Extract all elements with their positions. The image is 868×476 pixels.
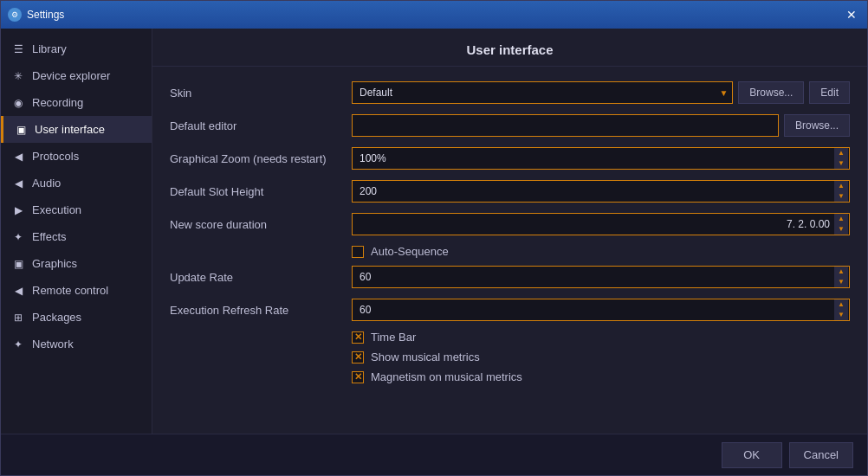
- content-body: Skin Default ▼ Browse... Edit: [152, 67, 867, 434]
- sidebar-item-label-user-interface: User interface: [35, 123, 105, 136]
- default-slot-height-input[interactable]: [352, 180, 850, 203]
- update-rate-spinner: ▲ ▼: [352, 266, 850, 288]
- show-musical-metrics-checkbox[interactable]: ✕: [352, 351, 364, 363]
- sidebar-item-network[interactable]: ✦Network: [1, 331, 152, 357]
- main-content: ☰Library✳Device explorer◉Recording▣User …: [1, 29, 867, 434]
- magnetism-musical-metrics-label: Magnetism on musical metrics: [371, 370, 522, 383]
- execution-refresh-rate-spinner: ▲ ▼: [352, 299, 850, 321]
- sidebar-item-remote-control[interactable]: ◀Remote control: [1, 277, 152, 304]
- new-score-duration-label: New score duration: [170, 218, 352, 231]
- auto-sequence-row: Auto-Sequence: [352, 245, 850, 258]
- skin-row: Skin Default ▼ Browse... Edit: [170, 80, 850, 105]
- sidebar-item-device-explorer[interactable]: ✳Device explorer: [1, 62, 152, 89]
- sidebar-item-label-remote-control: Remote control: [32, 284, 108, 297]
- execution-icon: ▶: [11, 204, 25, 216]
- time-bar-checkbox[interactable]: ✕: [352, 331, 364, 344]
- magnetism-musical-metrics-row: ✕ Magnetism on musical metrics: [352, 370, 850, 383]
- cancel-button[interactable]: Cancel: [789, 442, 853, 468]
- default-slot-height-control: ▲ ▼: [352, 180, 850, 203]
- new-score-duration-row: New score duration ▲ ▼: [170, 212, 850, 236]
- show-musical-metrics-label: Show musical metrics: [371, 351, 480, 363]
- window-title: Settings: [27, 9, 64, 21]
- update-rate-down[interactable]: ▼: [834, 277, 848, 287]
- sidebar-item-library[interactable]: ☰Library: [1, 35, 152, 62]
- content-area: User interface Skin Default ▼ Browse...: [152, 29, 867, 434]
- graphical-zoom-down[interactable]: ▼: [834, 158, 848, 169]
- skin-select[interactable]: Default: [352, 81, 733, 104]
- new-score-duration-control: ▲ ▼: [352, 213, 850, 235]
- execution-refresh-rate-control: ▲ ▼: [352, 299, 850, 321]
- ok-button[interactable]: OK: [722, 442, 782, 468]
- sidebar-item-user-interface[interactable]: ▣User interface: [1, 116, 152, 143]
- magnetism-musical-metrics-checkbox[interactable]: ✕: [352, 371, 364, 383]
- slot-height-down[interactable]: ▼: [834, 191, 848, 202]
- close-button[interactable]: ✕: [843, 6, 860, 23]
- execution-refresh-rate-input[interactable]: [352, 299, 850, 321]
- graphical-zoom-spinner-btns: ▲ ▼: [834, 148, 848, 169]
- graphical-zoom-spinner: ▲ ▼: [352, 147, 850, 170]
- skin-browse-button[interactable]: Browse...: [738, 81, 804, 104]
- sidebar-item-recording[interactable]: ◉Recording: [1, 89, 152, 116]
- new-score-duration-spinner: ▲ ▼: [352, 213, 850, 235]
- audio-icon: ◀: [11, 177, 25, 190]
- exec-refresh-down[interactable]: ▼: [834, 310, 848, 320]
- duration-spinner-btns: ▲ ▼: [834, 214, 848, 235]
- duration-up[interactable]: ▲: [834, 214, 848, 224]
- graphical-zoom-up[interactable]: ▲: [834, 148, 848, 158]
- default-editor-label: Default editor: [170, 119, 352, 132]
- effects-icon: ✦: [11, 231, 25, 243]
- update-rate-input[interactable]: [352, 266, 850, 288]
- default-slot-height-label: Default Slot Height: [170, 185, 352, 198]
- graphics-icon: ▣: [11, 258, 25, 270]
- protocols-icon: ◀: [11, 151, 25, 163]
- duration-down[interactable]: ▼: [834, 224, 848, 235]
- sidebar-item-label-effects: Effects: [32, 230, 67, 243]
- default-editor-row: Default editor Browse...: [170, 113, 850, 138]
- default-slot-height-spinner: ▲ ▼: [352, 180, 850, 203]
- update-rate-up[interactable]: ▲: [834, 267, 848, 277]
- content-header: User interface: [152, 29, 867, 67]
- sidebar-item-effects[interactable]: ✦Effects: [1, 223, 152, 250]
- graphical-zoom-control: ▲ ▼: [352, 147, 850, 170]
- execution-refresh-rate-row: Execution Refresh Rate ▲ ▼: [170, 298, 850, 322]
- sidebar-item-execution[interactable]: ▶Execution: [1, 196, 152, 223]
- device-explorer-icon: ✳: [11, 70, 25, 82]
- sidebar-item-label-recording: Recording: [32, 96, 83, 109]
- sidebar-item-label-audio: Audio: [32, 177, 61, 190]
- sidebar-item-label-execution: Execution: [32, 203, 81, 216]
- sidebar-item-audio[interactable]: ◀Audio: [1, 170, 152, 196]
- footer: OK Cancel: [1, 434, 867, 475]
- time-bar-row: ✕ Time Bar: [352, 331, 850, 344]
- sidebar-item-graphics[interactable]: ▣Graphics: [1, 250, 152, 277]
- app-icon: ⚙: [8, 8, 22, 22]
- show-musical-metrics-row: ✕ Show musical metrics: [352, 351, 850, 363]
- skin-edit-button[interactable]: Edit: [809, 81, 850, 104]
- update-rate-spinner-btns: ▲ ▼: [834, 267, 848, 287]
- default-slot-height-row: Default Slot Height ▲ ▼: [170, 179, 850, 203]
- title-bar-left: ⚙ Settings: [8, 8, 64, 22]
- exec-refresh-up[interactable]: ▲: [834, 299, 848, 310]
- default-editor-control: Browse...: [352, 114, 850, 137]
- sidebar-item-packages[interactable]: ⊞Packages: [1, 304, 152, 331]
- sidebar-item-label-library: Library: [32, 42, 67, 55]
- default-editor-browse-button[interactable]: Browse...: [784, 114, 850, 137]
- graphical-zoom-label: Graphical Zoom (needs restart): [170, 152, 352, 165]
- packages-icon: ⊞: [11, 312, 25, 324]
- auto-sequence-label: Auto-Sequence: [371, 245, 449, 258]
- skin-control: Default ▼ Browse... Edit: [352, 81, 850, 104]
- execution-refresh-rate-label: Execution Refresh Rate: [170, 304, 352, 317]
- slot-height-up[interactable]: ▲: [834, 181, 848, 191]
- auto-sequence-checkbox[interactable]: [352, 246, 364, 258]
- skin-select-wrapper: Default ▼: [352, 81, 733, 104]
- title-bar: ⚙ Settings ✕: [1, 1, 867, 29]
- sidebar: ☰Library✳Device explorer◉Recording▣User …: [1, 29, 152, 434]
- new-score-duration-input[interactable]: [352, 213, 850, 235]
- sidebar-item-protocols[interactable]: ◀Protocols: [1, 143, 152, 170]
- skin-label: Skin: [170, 87, 352, 100]
- user-interface-icon: ▣: [14, 124, 28, 136]
- sidebar-item-label-network: Network: [32, 338, 74, 351]
- graphical-zoom-input[interactable]: [352, 147, 850, 170]
- update-rate-label: Update Rate: [170, 271, 352, 284]
- settings-window: ⚙ Settings ✕ ☰Library✳Device explorer◉Re…: [0, 0, 868, 476]
- default-editor-input[interactable]: [352, 114, 779, 137]
